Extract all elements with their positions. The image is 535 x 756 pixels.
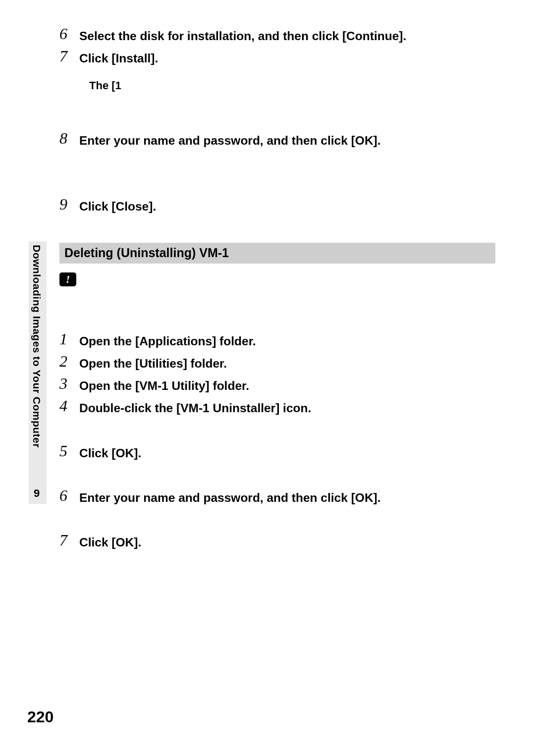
step-number: 4 — [59, 397, 79, 414]
step-text: Open the [Applications] folder. — [79, 330, 256, 349]
sub-line-2: After a while, the [Authenticate] window… — [79, 107, 495, 120]
caution-title: Caution — [82, 270, 495, 283]
step-text: Enter your name and password, and then c… — [79, 129, 381, 149]
uninstall-step-6: 6 Enter your name and password, and then… — [59, 486, 495, 506]
uninstall-step-2: 2 Open the [Utilities] folder. — [59, 352, 495, 372]
step-number: 5 — [59, 442, 79, 459]
sub-trailing: item remaining to be installed] window a… — [121, 79, 373, 92]
step-text: Click [Close]. — [79, 195, 156, 215]
install-step-8: 8 Enter your name and password, and then… — [59, 129, 495, 149]
uninstall-step-7: 7 Click [OK]. — [59, 531, 495, 550]
sub-after-u7: This completes the uninstallation. — [79, 553, 495, 567]
step-text: Click [Install]. — [79, 47, 158, 66]
uninstall-step-1: 1 Open the [Applications] folder. — [59, 330, 495, 349]
sub-leading: The [ — [89, 79, 115, 92]
step-number: 3 — [59, 375, 79, 391]
step-text: Open the [VM-1 Utility] folder. — [79, 375, 249, 394]
step-text: Open the [Utilities] folder. — [79, 352, 227, 372]
step-number: 8 — [59, 129, 79, 146]
step-text: Click [OK]. — [79, 531, 141, 550]
step-number: 1 — [59, 330, 79, 347]
sub-after-u4: The uninstall confirmation dialog appear… — [79, 420, 495, 433]
section-heading: Deleting (Uninstalling) VM-1 — [59, 243, 495, 264]
uninstall-step-3: 3 Open the [VM-1 Utility] folder. — [59, 375, 495, 394]
step-text: Double-click the [VM-1 Uninstaller] icon… — [79, 397, 311, 416]
step-number: 6 — [59, 25, 79, 42]
step-number: 7 — [59, 531, 79, 548]
install-step-9: 9 Click [Close]. — [59, 195, 495, 215]
sub-line-1: The [1 item remaining to be installed] w… — [89, 79, 495, 92]
sub-after-9: This completes the installation. — [79, 217, 495, 231]
step-number: 9 — [59, 195, 79, 212]
step-number: 2 — [59, 352, 79, 369]
sub-bold-1: 1 — [115, 79, 121, 92]
sub-after-u6: Uninstallation starts. A message is disp… — [79, 509, 495, 522]
caution-icon: ! — [59, 272, 76, 286]
step-number: 6 — [59, 486, 79, 503]
caution-block: ! Caution When you no longer need VM-1, … — [59, 270, 495, 312]
uninstall-step-5: 5 Click [OK]. — [59, 442, 495, 461]
step-number: 7 — [59, 47, 79, 64]
sub-after-u5: The [Authenticate] window appears. — [79, 464, 495, 478]
step-text: Select the disk for installation, and th… — [79, 25, 406, 44]
install-step-6: 6 Select the disk for installation, and … — [59, 25, 495, 44]
sub-after-8: The [Install Software] window appears. F… — [79, 152, 495, 178]
step-text: Enter your name and password, and then c… — [79, 486, 381, 506]
uninstall-step-4: 4 Double-click the [VM-1 Uninstaller] ic… — [59, 397, 495, 416]
caution-body: When you no longer need VM-1, follow the… — [82, 284, 495, 312]
install-step-7: 7 Click [Install]. — [59, 47, 495, 66]
step-text: Click [OK]. — [79, 442, 141, 461]
